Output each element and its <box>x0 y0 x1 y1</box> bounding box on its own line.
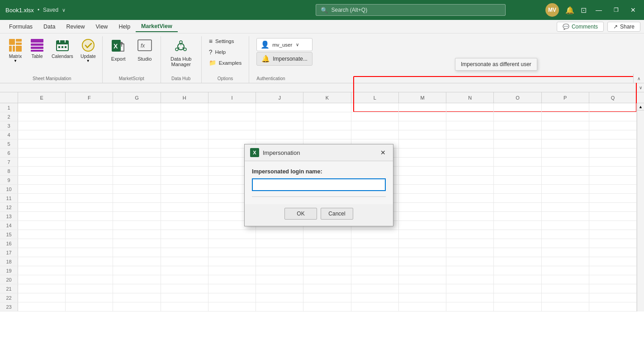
menu-item-formulas[interactable]: Formulas <box>4 22 38 32</box>
settings-button[interactable]: ≡ Settings <box>205 36 246 46</box>
share-button[interactable]: ↗ Share <box>607 22 640 32</box>
export-button[interactable]: X Export <box>106 36 131 63</box>
restore-button[interactable]: ❐ <box>611 6 621 14</box>
svg-point-26 <box>184 48 186 51</box>
user-avatar[interactable]: MV <box>545 3 559 17</box>
comments-button[interactable]: 💬 Comments <box>557 22 604 32</box>
svg-rect-8 <box>31 47 43 49</box>
excel-icon: X <box>250 148 259 157</box>
impersonate-tooltip: Impersonate as different user <box>455 58 537 71</box>
col-header-i: I <box>208 92 256 103</box>
dialog-overlay: X Impersonation ✕ Impersonated login nam… <box>0 103 644 311</box>
cancel-button[interactable]: Cancel <box>321 208 353 220</box>
svg-point-27 <box>175 48 178 51</box>
search-box[interactable]: 🔍 Search (Alt+Q) <box>316 4 506 16</box>
help-button[interactable]: ? Help <box>205 47 246 57</box>
auth-items: 👤 mv_user ∨ 🔔 Impersonate... <box>256 36 313 76</box>
matrix-icon <box>8 38 23 53</box>
svg-rect-15 <box>62 46 63 48</box>
data-hub-manager-button[interactable]: Data Hub Manager <box>167 36 195 69</box>
title-bar-left: Book1.xlsx • Saved ∨ <box>5 7 275 14</box>
col-header-q: Q <box>589 92 637 103</box>
saved-status: • <box>38 7 39 13</box>
menu-item-review[interactable]: Review <box>61 22 90 32</box>
authentication-label: Authentication <box>256 76 285 83</box>
col-header-g: G <box>113 92 161 103</box>
update-button[interactable]: Update ▼ <box>78 36 99 65</box>
title-bar-right: MV 🔔 ⊡ — ❐ ✕ <box>545 3 639 17</box>
col-header-p: P <box>542 92 589 103</box>
svg-rect-16 <box>65 46 66 48</box>
svg-text:fx: fx <box>141 43 145 49</box>
help-label: Help <box>215 49 226 55</box>
svg-rect-9 <box>31 50 43 52</box>
dialog-title-left: X Impersonation <box>250 148 300 157</box>
calendars-button[interactable]: Calendars <box>49 36 76 61</box>
examples-label: Examples <box>219 60 242 66</box>
menu-item-data[interactable]: Data <box>38 22 61 32</box>
svg-rect-7 <box>31 43 43 46</box>
dialog-separator <box>252 196 386 197</box>
data-hub-manager-label: Data Hub Manager <box>170 56 191 67</box>
search-placeholder: Search (Alt+Q) <box>331 7 368 13</box>
ribbon-expand-row: ∨ <box>0 83 644 92</box>
close-button[interactable]: ✕ <box>628 5 639 14</box>
dialog-titlebar: X Impersonation ✕ <box>245 144 393 161</box>
impersonate-button[interactable]: 🔔 Impersonate... <box>256 52 313 66</box>
user-chevron: ∨ <box>296 42 299 47</box>
menu-item-view[interactable]: View <box>90 22 114 32</box>
ribbon-group-authentication: 👤 mv_user ∨ 🔔 Impersonate... Authenticat… <box>249 36 349 83</box>
impersonate-icon: 🔔 <box>261 55 270 63</box>
studio-button[interactable]: fx Studio <box>133 36 157 63</box>
table-icon <box>30 38 44 53</box>
col-header-n: N <box>446 92 494 103</box>
grid-container: 1234567891011121314151617181920212223 ▲ … <box>0 103 644 311</box>
search-icon: 🔍 <box>321 7 328 14</box>
svg-rect-2 <box>16 43 22 45</box>
ribbon-group-marketscript: X Export fx Studio Mark <box>103 36 161 83</box>
column-headers: E F G H I J K L M N O P Q <box>0 92 644 103</box>
dialog-body: Impersonated login name: <box>245 161 393 204</box>
ribbon: Matrix ▼ Table <box>0 34 644 83</box>
row-number-header <box>0 92 18 103</box>
col-header-k: K <box>303 92 351 103</box>
ribbon-group-items-sheet: Matrix ▼ Table <box>5 36 99 76</box>
title-bar-center: 🔍 Search (Alt+Q) <box>275 4 545 16</box>
svg-rect-1 <box>16 39 22 42</box>
settings-label: Settings <box>215 38 234 44</box>
menu-item-help[interactable]: Help <box>113 22 136 32</box>
dialog-close-button[interactable]: ✕ <box>379 148 388 157</box>
minimize-button[interactable]: — <box>593 5 605 14</box>
update-chevron: ▼ <box>86 59 90 63</box>
menu-bar-right: 💬 Comments ↗ Share <box>557 22 640 32</box>
bell-icon[interactable]: 🔔 <box>565 6 574 14</box>
dialog-title-text: Impersonation <box>263 149 300 156</box>
dropdown-chevron[interactable]: ∨ <box>62 7 66 13</box>
datahub-label: Data Hub <box>171 76 190 83</box>
options-label: Options <box>218 76 233 83</box>
svg-text:X: X <box>114 43 118 50</box>
help-icon: ? <box>209 48 213 56</box>
marketscript-label: MarketScript <box>119 76 144 83</box>
layout-icon[interactable]: ⊡ <box>581 6 587 14</box>
matrix-label: Matrix <box>9 53 22 59</box>
update-label: Update <box>80 53 96 59</box>
ribbon-collapse-button[interactable]: ∧ <box>633 74 644 83</box>
export-label: Export <box>111 56 126 62</box>
ribbon-expand-icon[interactable]: ∨ <box>639 85 642 90</box>
ribbon-group-sheet-manipulation: Matrix ▼ Table <box>2 36 103 83</box>
ok-button[interactable]: OK <box>284 208 317 220</box>
calendars-label: Calendars <box>52 53 73 59</box>
menu-item-marketview[interactable]: MarketView <box>136 21 178 32</box>
svg-rect-14 <box>58 46 60 48</box>
table-button[interactable]: Table <box>27 36 47 61</box>
svg-point-18 <box>82 39 94 51</box>
settings-icon: ≡ <box>209 38 213 45</box>
examples-button[interactable]: 📁 Examples <box>205 58 246 67</box>
col-header-o: O <box>494 92 541 103</box>
login-name-input[interactable] <box>252 178 386 191</box>
options-buttons: ≡ Settings ? Help 📁 Examples <box>205 36 246 67</box>
ribbon-group-items-options: ≡ Settings ? Help 📁 Examples <box>205 36 246 76</box>
matrix-button[interactable]: Matrix ▼ <box>5 36 25 65</box>
user-dropdown-button[interactable]: 👤 mv_user ∨ <box>256 38 313 51</box>
